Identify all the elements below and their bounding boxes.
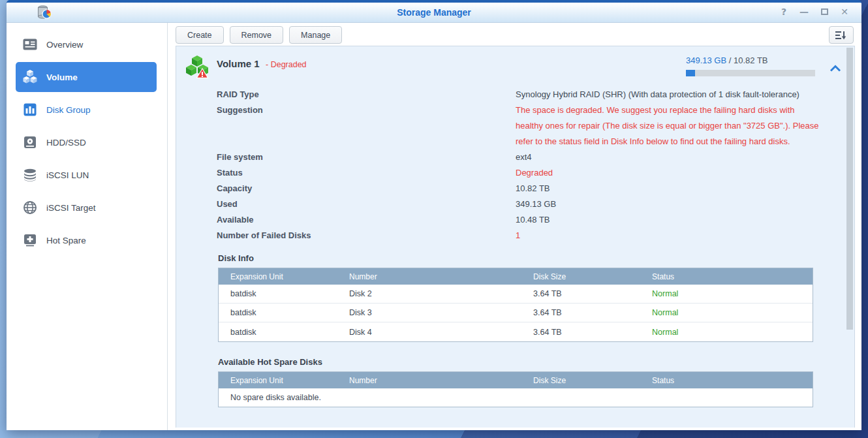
table-row[interactable]: batdisk Disk 2 3.64 TB Normal [219,285,813,304]
remove-button[interactable]: Remove [230,26,284,44]
field-value: 1 [516,228,824,243]
volume-details: RAID Type Synology Hybrid RAID (SHR) (Wi… [217,87,854,243]
column-header[interactable]: Status [640,376,813,385]
field-row-capacity: Capacity 10.82 TB [217,181,854,196]
table-header-row: Expansion Unit Number Disk Size Status [219,372,813,388]
column-header[interactable]: Expansion Unit [219,272,337,281]
field-value: The space is degraded. We suggest you re… [516,102,824,149]
column-header[interactable]: Number [337,376,521,385]
sidebar-item-label: iSCSI Target [46,203,96,213]
hot-spare-table: Expansion Unit Number Disk Size Status N… [218,371,813,407]
field-row-available: Available 10.48 TB [217,212,854,228]
volume-panel: Volume 1 - Degraded 349.13 GB / 10.82 TB [176,46,855,428]
sidebar-item-iscsi-target[interactable]: iSCSI Target [16,193,157,223]
cell-number: Disk 4 [337,328,521,337]
sidebar-item-disk-group[interactable]: Disk Group [16,95,157,125]
field-value: Synology Hybrid RAID (SHR) (With data pr… [516,87,824,102]
sort-descending-icon [835,31,847,40]
sidebar-item-label: Volume [46,72,78,82]
volume-header[interactable]: Volume 1 - Degraded 349.13 GB / 10.82 TB [176,46,854,80]
usage-text: 349.13 GB / 10.82 TB [686,55,815,65]
iscsi-lun-icon [22,167,38,183]
disk-group-icon [22,102,38,117]
column-header[interactable]: Disk Size [521,376,640,385]
column-header[interactable]: Expansion Unit [219,376,337,385]
field-label: Number of Failed Disks [217,228,516,243]
column-header[interactable]: Status [640,272,813,281]
cell-disk-size: 3.64 TB [521,328,640,337]
iscsi-target-icon [22,200,38,215]
sidebar-item-overview[interactable]: Overview [16,29,157,59]
cell-expansion-unit: batdisk [219,328,337,337]
content-area: Create Remove Manage [168,23,861,430]
sidebar-item-iscsi-lun[interactable]: iSCSI LUN [16,160,157,190]
minimize-icon[interactable]: — [799,6,809,18]
manage-button[interactable]: Manage [289,26,342,44]
close-icon[interactable]: ✕ [839,6,850,18]
column-header[interactable]: Disk Size [521,272,640,281]
desktop: { "window": { "title": "Storage Manager"… [0,0,868,438]
sidebar-item-label: Hot Spare [46,236,86,245]
chevron-up-icon [829,65,841,72]
table-header-row: Expansion Unit Number Disk Size Status [219,268,813,285]
sidebar-item-hdd-ssd[interactable]: HDD/SSD [16,127,157,157]
cell-expansion-unit: batdisk [219,308,337,317]
vertical-scrollbar[interactable] [846,48,853,428]
field-label: Suggestion [217,102,516,149]
volume-title-wrap: Volume 1 - Degraded [217,53,307,70]
column-header[interactable]: Number [337,272,521,281]
field-value: Degraded [516,165,824,181]
field-value: 10.48 TB [516,212,824,228]
field-row-used: Used 349.13 GB [217,196,854,212]
cell-expansion-unit: batdisk [219,289,337,298]
field-value: 349.13 GB [516,196,824,212]
empty-message-row: No spare disks available. [219,388,813,407]
field-row-failed-disks: Number of Failed Disks 1 [217,228,854,243]
scrollbar-thumb[interactable] [846,48,853,330]
sidebar-item-volume[interactable]: Volume [16,62,157,92]
sidebar-item-label: Overview [46,40,83,50]
cell-disk-size: 3.64 TB [521,308,640,317]
sidebar-item-label: iSCSI LUN [46,170,89,180]
toolbar: Create Remove Manage [168,23,861,46]
cell-number: Disk 2 [337,289,521,298]
sort-button[interactable] [829,26,854,44]
field-row-file-system: File system ext4 [217,149,854,165]
field-label: Capacity [217,181,516,196]
storage-manager-window: Storage Manager ? — ✕ Over [7,0,861,430]
maximize-icon[interactable] [819,6,829,18]
usage-bar [686,70,815,76]
sidebar: Overview [7,23,168,430]
usage-total: 10.82 TB [734,55,768,65]
volume-status-suffix: - Degraded [266,60,307,69]
cell-disk-size: 3.64 TB [521,289,640,298]
create-button[interactable]: Create [176,26,224,44]
usage-separator: / [726,55,734,65]
usage-used: 349.13 GB [686,55,726,65]
volume-degraded-icon [185,54,209,79]
disk-info-table: Expansion Unit Number Disk Size Status b… [218,268,813,342]
field-label: Status [217,165,516,181]
cell-status: Normal [640,289,813,298]
disk-info-section: Disk Info Expansion Unit Number Disk Siz… [218,253,813,342]
collapse-button[interactable] [829,63,843,74]
field-label: Used [217,196,516,212]
cell-status: Normal [640,308,813,317]
volume-name: Volume 1 [217,58,260,69]
sidebar-item-label: Disk Group [46,105,91,115]
field-label: File system [217,149,516,165]
volume-icon [22,69,38,85]
window-controls: ? — ✕ [779,6,850,18]
field-value: ext4 [516,149,824,165]
cell-status: Normal [640,328,813,337]
sidebar-item-hot-spare[interactable]: Hot Spare [16,225,157,255]
disk-info-title: Disk Info [218,253,813,263]
table-row[interactable]: batdisk Disk 3 3.64 TB Normal [219,304,813,322]
table-row[interactable]: batdisk Disk 4 3.64 TB Normal [219,322,813,341]
field-label: RAID Type [217,87,516,102]
usage-bar-fill [686,70,695,76]
field-row-status: Status Degraded [217,165,854,181]
help-icon[interactable]: ? [779,6,789,18]
hdd-ssd-icon [22,134,38,150]
field-label: Available [217,212,516,228]
